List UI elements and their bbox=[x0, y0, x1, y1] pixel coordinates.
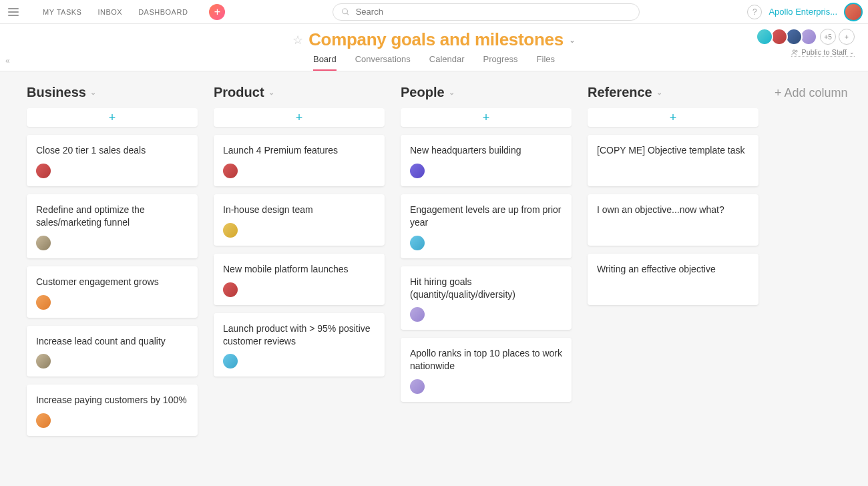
task-card[interactable]: Engagement levels are up from prior year bbox=[401, 194, 572, 258]
task-card[interactable]: In-house design team bbox=[214, 194, 385, 246]
assignee-avatar[interactable] bbox=[410, 164, 425, 178]
card-title: I own an objective...now what? bbox=[597, 204, 749, 216]
card-title: In-house design team bbox=[223, 204, 375, 216]
tab-board[interactable]: Board bbox=[313, 54, 337, 71]
add-card-button[interactable]: + bbox=[214, 108, 385, 127]
search-container bbox=[225, 3, 747, 21]
plus-icon: + bbox=[670, 111, 677, 125]
task-card[interactable]: Hit hiring goals (quantity/quality/diver… bbox=[401, 266, 572, 330]
task-card[interactable]: New mobile platform launches bbox=[214, 254, 385, 305]
assignee-avatar[interactable] bbox=[410, 236, 425, 250]
chevron-down-icon: ⌄ bbox=[849, 49, 855, 55]
new-button[interactable]: + bbox=[209, 4, 225, 20]
task-card[interactable]: Launch product with > 95% positive custo… bbox=[214, 313, 385, 377]
plus-icon: + bbox=[483, 111, 490, 125]
column-header[interactable]: People⌄ bbox=[401, 85, 572, 100]
card-title: Launch 4 Premium features bbox=[223, 144, 375, 157]
nav-my-tasks[interactable]: MY TASKS bbox=[43, 8, 81, 16]
card-title: Increase paying customers by 100% bbox=[36, 394, 188, 407]
people-icon bbox=[791, 49, 799, 56]
task-card[interactable]: Redefine and optimize the sales/marketin… bbox=[27, 194, 198, 258]
view-tabs: Board Conversations Calendar Progress Fi… bbox=[0, 54, 868, 71]
assignee-avatar[interactable] bbox=[410, 379, 425, 394]
task-card[interactable]: New headquarters building bbox=[401, 135, 572, 186]
member-avatar[interactable] bbox=[756, 28, 773, 45]
task-card[interactable]: Customer engagement grows bbox=[27, 266, 198, 318]
project-header: ☆ Company goals and milestones ⌄ Board C… bbox=[0, 24, 868, 71]
card-title: Hit hiring goals (quantity/quality/diver… bbox=[410, 276, 562, 301]
card-footer bbox=[597, 223, 749, 238]
nav-inbox[interactable]: INBOX bbox=[97, 8, 122, 16]
add-card-button[interactable]: + bbox=[27, 108, 198, 127]
column-title: Product bbox=[214, 85, 264, 100]
project-dropdown-icon[interactable]: ⌄ bbox=[569, 35, 576, 45]
add-member-button[interactable]: + bbox=[839, 29, 855, 45]
menu-toggle-icon[interactable] bbox=[5, 4, 21, 20]
nav-dashboard[interactable]: DASHBOARD bbox=[138, 8, 188, 16]
tab-progress[interactable]: Progress bbox=[483, 54, 518, 71]
column-header[interactable]: Reference⌄ bbox=[588, 85, 758, 100]
card-footer bbox=[36, 295, 188, 310]
card-title: Increase lead count and quality bbox=[36, 335, 188, 348]
board-column: Business⌄+Close 20 tier 1 sales dealsRed… bbox=[27, 85, 198, 444]
add-column-button[interactable]: + Add column bbox=[775, 85, 848, 100]
card-title: New headquarters building bbox=[410, 144, 562, 157]
task-card[interactable]: Increase lead count and quality bbox=[27, 326, 198, 377]
card-footer bbox=[597, 282, 749, 297]
assignee-avatar[interactable] bbox=[36, 413, 51, 428]
card-title: New mobile platform launches bbox=[223, 263, 375, 276]
card-title: Apollo ranks in top 10 places to work na… bbox=[410, 347, 562, 373]
card-title: Engagement levels are up from prior year bbox=[410, 204, 562, 229]
assignee-avatar[interactable] bbox=[36, 295, 51, 310]
assignee-avatar[interactable] bbox=[410, 307, 425, 322]
add-card-button[interactable]: + bbox=[588, 108, 758, 127]
card-footer bbox=[36, 164, 188, 178]
privacy-setting[interactable]: Public to Staff ⌄ bbox=[791, 48, 855, 57]
assignee-avatar[interactable] bbox=[36, 236, 51, 250]
card-title: Redefine and optimize the sales/marketin… bbox=[36, 204, 188, 229]
card-footer bbox=[223, 282, 375, 297]
chevron-down-icon: ⌄ bbox=[90, 88, 96, 97]
assignee-avatar[interactable] bbox=[36, 164, 51, 178]
assignee-avatar[interactable] bbox=[36, 354, 51, 369]
task-card[interactable]: Writing an effective objective bbox=[588, 254, 758, 305]
tab-calendar[interactable]: Calendar bbox=[429, 54, 465, 71]
member-overflow[interactable]: +5 bbox=[820, 29, 836, 45]
collapse-sidebar-icon[interactable]: « bbox=[5, 56, 10, 65]
task-card[interactable]: I own an objective...now what? bbox=[588, 194, 758, 246]
task-card[interactable]: Launch 4 Premium features bbox=[214, 135, 385, 186]
project-title[interactable]: Company goals and milestones bbox=[308, 29, 564, 50]
task-card[interactable]: Apollo ranks in top 10 places to work na… bbox=[401, 338, 572, 402]
user-avatar[interactable] bbox=[844, 3, 863, 21]
topbar-right: ? Apollo Enterpris... bbox=[747, 3, 863, 21]
plus-icon: + bbox=[214, 6, 220, 18]
card-footer bbox=[410, 379, 562, 394]
tab-conversations[interactable]: Conversations bbox=[355, 54, 411, 71]
search-input[interactable] bbox=[356, 7, 632, 17]
task-card[interactable]: [COPY ME] Objective template task bbox=[588, 135, 758, 186]
board: Business⌄+Close 20 tier 1 sales dealsRed… bbox=[0, 71, 868, 457]
card-footer bbox=[36, 413, 188, 428]
assignee-avatar[interactable] bbox=[223, 223, 238, 238]
org-switcher[interactable]: Apollo Enterpris... bbox=[769, 7, 837, 17]
svg-point-2 bbox=[793, 49, 796, 52]
column-header[interactable]: Business⌄ bbox=[27, 85, 198, 100]
favorite-star-icon[interactable]: ☆ bbox=[292, 33, 303, 47]
help-button[interactable]: ? bbox=[747, 5, 762, 19]
task-card[interactable]: Close 20 tier 1 sales deals bbox=[27, 135, 198, 186]
global-nav: MY TASKS INBOX DASHBOARD bbox=[43, 8, 188, 16]
card-title: Customer engagement grows bbox=[36, 276, 188, 288]
task-card[interactable]: Increase paying customers by 100% bbox=[27, 385, 198, 436]
search-field[interactable] bbox=[333, 3, 640, 21]
card-title: Launch product with > 95% positive custo… bbox=[223, 322, 375, 348]
svg-line-1 bbox=[347, 13, 349, 15]
assignee-avatar[interactable] bbox=[223, 282, 238, 297]
assignee-avatar[interactable] bbox=[223, 354, 238, 369]
column-header[interactable]: Product⌄ bbox=[214, 85, 385, 100]
tab-files[interactable]: Files bbox=[537, 54, 555, 71]
chevron-down-icon: ⌄ bbox=[449, 88, 455, 97]
chevron-down-icon: ⌄ bbox=[268, 88, 274, 97]
help-icon: ? bbox=[752, 7, 757, 17]
add-card-button[interactable]: + bbox=[401, 108, 572, 127]
assignee-avatar[interactable] bbox=[223, 164, 238, 178]
